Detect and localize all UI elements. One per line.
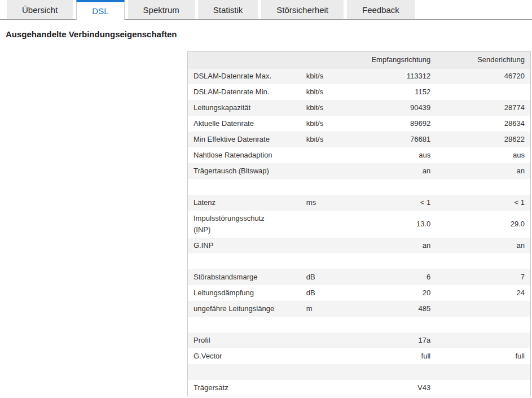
row-label [188, 253, 301, 269]
row-unit [301, 147, 345, 163]
row-upstream-value: full [436, 348, 530, 364]
table-row: Latenz ms < 1 < 1 [188, 195, 531, 211]
row-upstream-value: 28634 [436, 116, 530, 132]
row-unit: kbit/s [301, 84, 345, 100]
row-downstream-value: an [345, 163, 436, 179]
row-downstream-value: 89692 [345, 116, 436, 132]
row-unit [301, 163, 345, 179]
row-label: Trägersatz [188, 380, 301, 396]
row-upstream-value [436, 317, 530, 333]
row-label [188, 179, 301, 195]
row-unit: kbit/s [301, 116, 345, 132]
header-upstream-column: Senderichtung [436, 52, 530, 68]
tab-spektrum[interactable]: Spektrum [128, 0, 195, 19]
row-upstream-value: an [436, 238, 530, 253]
table-row: G.Vector full full [188, 348, 531, 364]
header-label-column [188, 52, 301, 68]
row-label [188, 364, 301, 380]
row-label: Leitungskapazität [188, 100, 301, 116]
row-upstream-value [436, 253, 530, 269]
row-unit [301, 211, 345, 238]
row-label: DSLAM-Datenrate Max. [188, 68, 301, 85]
row-downstream-value: full [345, 348, 436, 364]
tab-stoersicherheit[interactable]: Störsicherheit [261, 0, 344, 19]
table-row: Trägertausch (Bitswap) an an [188, 163, 531, 179]
row-upstream-value: 28622 [436, 132, 530, 147]
table-row [188, 253, 531, 269]
page-title: Ausgehandelte Verbindungseigenschaften [6, 29, 532, 39]
row-upstream-value: an [436, 163, 530, 179]
row-downstream-value [345, 253, 436, 269]
row-label: G.Vector [188, 348, 301, 364]
table-row: DSLAM-Datenrate Min. kbit/s 1152 [188, 84, 531, 100]
row-label [188, 317, 301, 333]
row-unit [301, 317, 345, 333]
row-label: Aktuelle Datenrate [188, 116, 301, 132]
table-body: DSLAM-Datenrate Max. kbit/s 113312 46720… [188, 68, 531, 396]
row-unit [301, 179, 345, 195]
row-unit [301, 364, 345, 380]
tab-statistik[interactable]: Statistik [198, 0, 258, 19]
row-unit [301, 348, 345, 364]
row-unit: kbit/s [301, 132, 345, 147]
row-downstream-value: 6 [345, 269, 436, 285]
row-upstream-value: 46720 [436, 68, 530, 85]
row-unit: ms [301, 195, 345, 211]
table-header-row: Empfangsrichtung Senderichtung [188, 52, 531, 68]
row-label: G.INP [188, 238, 301, 253]
row-downstream-value: 90439 [345, 100, 436, 116]
row-label: Störabstandsmarge [188, 269, 301, 285]
table-row: Aktuelle Datenrate kbit/s 89692 28634 [188, 116, 531, 132]
row-downstream-value: aus [345, 147, 436, 163]
row-label: ungefähre Leitungslänge [188, 301, 301, 317]
row-downstream-value: 13.0 [345, 211, 436, 238]
table-row: Impulsstörungsschutz (INP) 13.0 29.0 [188, 211, 531, 238]
tab-dsl[interactable]: DSL [76, 0, 124, 20]
table-row: Nahtlose Ratenadaption aus aus [188, 147, 531, 163]
header-unit-column [301, 52, 345, 68]
row-upstream-value [436, 364, 530, 380]
row-label: Nahtlose Ratenadaption [188, 147, 301, 163]
table-row [188, 179, 531, 195]
row-upstream-value [436, 380, 530, 396]
row-unit: kbit/s [301, 68, 345, 85]
row-downstream-value: 1152 [345, 84, 436, 100]
table-row: ungefähre Leitungslänge m 485 [188, 301, 531, 317]
row-unit: dB [301, 269, 345, 285]
tab-feedback[interactable]: Feedback [347, 0, 415, 19]
row-downstream-value: 20 [345, 285, 436, 301]
row-downstream-value: 485 [345, 301, 436, 317]
row-unit [301, 333, 345, 348]
row-upstream-value [436, 333, 530, 348]
table-row: Trägersatz V43 [188, 380, 531, 396]
row-unit [301, 380, 345, 396]
row-unit: m [301, 301, 345, 317]
connection-properties-table: Empfangsrichtung Senderichtung DSLAM-Dat… [187, 51, 531, 396]
row-downstream-value [345, 317, 436, 333]
row-upstream-value: 7 [436, 269, 530, 285]
row-label: Profil [188, 333, 301, 348]
row-downstream-value: V43 [345, 380, 436, 396]
table-row [188, 317, 531, 333]
row-downstream-value: 113312 [345, 68, 436, 85]
row-downstream-value: 17a [345, 333, 436, 348]
row-label: Min Effektive Datenrate [188, 132, 301, 147]
table-row: Leitungskapazität kbit/s 90439 28774 [188, 100, 531, 116]
row-upstream-value: 28774 [436, 100, 530, 116]
tab-bar: Übersicht DSL Spektrum Statistik Störsic… [0, 0, 532, 20]
row-downstream-value [345, 364, 436, 380]
table-row [188, 364, 531, 380]
row-downstream-value [345, 179, 436, 195]
row-downstream-value: an [345, 238, 436, 253]
row-upstream-value [436, 301, 530, 317]
row-label: Latenz [188, 195, 301, 211]
row-upstream-value [436, 84, 530, 100]
row-upstream-value: aus [436, 147, 530, 163]
row-upstream-value: 24 [436, 285, 530, 301]
tab-uebersicht[interactable]: Übersicht [7, 0, 73, 19]
row-upstream-value: < 1 [436, 195, 530, 211]
row-unit [301, 238, 345, 253]
row-upstream-value: 29.0 [436, 211, 530, 238]
row-unit: kbit/s [301, 100, 345, 116]
table-row: Min Effektive Datenrate kbit/s 76681 286… [188, 132, 531, 147]
